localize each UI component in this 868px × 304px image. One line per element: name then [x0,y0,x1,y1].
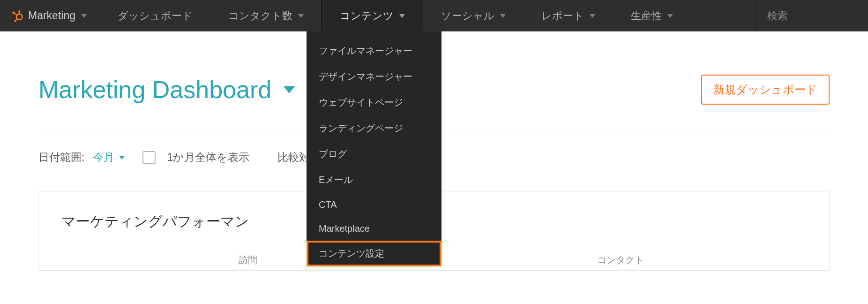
search-input[interactable] [767,10,857,22]
show-full-month-checkbox[interactable] [142,151,156,164]
new-dashboard-button[interactable]: 新規ダッシュボード [701,75,830,105]
nav-items: ダッシュボード コンタクト数 コンテンツ ソーシャル レポート 生産性 [100,0,691,31]
top-nav: Marketing ダッシュボード コンタクト数 コンテンツ ソーシャル レポー… [0,0,868,31]
date-range-dropdown[interactable]: 今月 [93,150,125,165]
nav-item-label: ソーシャル [441,9,494,23]
dd-item-marketplace[interactable]: Marketplace [307,217,441,241]
dd-item-blog[interactable]: ブログ [307,141,441,167]
dd-item-email[interactable]: Eメール [307,167,441,193]
nav-item-contacts[interactable]: コンタクト数 [210,0,322,31]
show-full-month-label: 1か月全体を表示 [167,150,249,165]
chevron-down-icon [284,86,295,93]
chevron-down-icon [119,156,125,160]
dd-item-label: Eメール [319,175,353,185]
dd-item-label: コンテンツ設定 [319,248,384,258]
chevron-down-icon [500,14,506,18]
chevron-down-icon [399,14,405,18]
chevron-down-icon [667,14,673,18]
dd-item-file-manager[interactable]: ファイルマネージャー [307,38,441,64]
chevron-down-icon [298,14,304,18]
dashboard-title-dropdown[interactable]: Marketing Dashboard [38,76,295,104]
nav-item-productivity[interactable]: 生産性 [613,0,691,31]
nav-item-dashboard[interactable]: ダッシュボード [100,0,210,31]
nav-item-label: レポート [541,9,584,23]
dd-item-label: ランディングページ [319,123,403,133]
compare-label: 比較対 [277,150,310,165]
nav-item-label: コンタクト数 [228,9,292,23]
svg-point-6 [14,20,16,22]
dd-item-label: デザインマネージャー [319,71,412,82]
dd-item-label: ファイルマネージャー [319,46,412,56]
nav-item-label: コンテンツ [340,9,394,23]
card-col-contacts: コンタクト [434,254,807,266]
dd-item-label: ブログ [319,149,347,159]
nav-item-label: 生産性 [631,9,662,23]
dd-item-label: ウェブサイトページ [319,97,403,107]
brand-label: Marketing [28,9,75,22]
nav-item-reports[interactable]: レポート [524,0,613,31]
nav-brand-section[interactable]: Marketing [0,0,100,31]
svg-line-2 [15,13,18,15]
dd-item-cta[interactable]: CTA [307,193,441,217]
dd-item-design-manager[interactable]: デザインマネージャー [307,64,441,90]
content-dropdown: ファイルマネージャー デザインマネージャー ウェブサイトページ ランディングペー… [307,31,441,266]
dd-item-content-settings[interactable]: コンテンツ設定 [307,241,441,266]
dd-item-label: Marketplace [319,223,370,234]
date-range-label: 日付範囲: [38,150,84,165]
dd-item-landing-pages[interactable]: ランディングページ [307,115,441,141]
page-title: Marketing Dashboard [38,76,271,104]
nav-search[interactable] [756,0,868,31]
nav-item-content[interactable]: コンテンツ [322,0,423,31]
date-range-value: 今月 [93,150,114,165]
hubspot-logo-icon [10,9,23,23]
nav-item-social[interactable]: ソーシャル [423,0,524,31]
dd-item-website-pages[interactable]: ウェブサイトページ [307,90,441,115]
svg-point-4 [18,10,20,12]
dd-item-label: CTA [319,199,337,210]
chevron-down-icon [590,14,595,18]
chevron-down-icon [81,14,87,18]
nav-item-label: ダッシュボード [118,9,193,23]
